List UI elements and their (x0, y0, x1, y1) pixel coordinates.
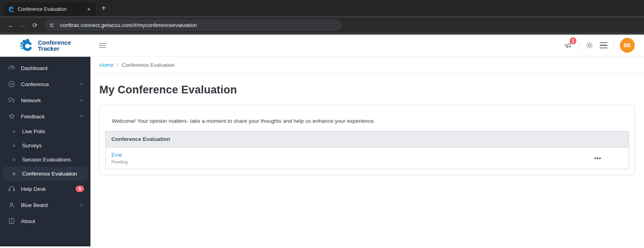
sidebar-item-conference-evaluation[interactable]: Conference Evaluation (3, 167, 88, 181)
new-tab-button[interactable]: + (101, 4, 106, 13)
sidebar-toggle-icon[interactable] (99, 43, 106, 48)
check-circle-icon (8, 80, 16, 88)
dashboard-icon (8, 64, 16, 72)
header-divider (579, 40, 579, 51)
sidebar-item-about[interactable]: About (0, 213, 90, 229)
breadcrumb-home-link[interactable]: Home (99, 62, 113, 68)
evaluation-table: Conference Evaluation Eval Pending ••• (105, 131, 629, 169)
chevron-down-icon (79, 98, 84, 103)
breadcrumb-separator: / (117, 62, 118, 68)
browser-window: Conference Evaluation × + ← → ⟳ conftrac… (0, 0, 644, 248)
table-header: Conference Evaluation (106, 131, 629, 147)
chevron-up-icon (79, 114, 84, 119)
back-button[interactable]: ← (5, 22, 17, 29)
conference-tracker-logo-icon (19, 39, 35, 52)
sidebar-item-label: Dashboard (21, 65, 84, 71)
browser-toolbar: ← → ⟳ conftrac.connect.getaccu.com/#/myc… (0, 18, 644, 33)
status-badge: Pending (111, 159, 572, 164)
tab-close-icon[interactable]: × (85, 6, 92, 13)
chevron-down-icon (79, 203, 84, 207)
sidebar-item-session-evaluations[interactable]: Session Evaluations (0, 153, 90, 167)
breadcrumb: Home / Conference Evaluation (90, 56, 644, 74)
sidebar-item-label: Network (21, 97, 79, 103)
favicon-icon (8, 6, 14, 12)
evaluation-card: Welcome! Your opinion matters- take a mo… (99, 105, 635, 175)
help-desk-badge: 9 (76, 186, 84, 192)
chevron-down-icon (79, 82, 84, 87)
bullet-icon (13, 159, 15, 161)
tab-strip: Conference Evaluation × + (0, 0, 644, 16)
sidebar-item-dashboard[interactable]: Dashboard (0, 60, 90, 76)
page-title: My Conference Evaluation (99, 84, 635, 96)
sidebar-item-label: Feedback (21, 114, 79, 120)
sidebar-item-label: Blue Beard (21, 202, 79, 208)
bullet-icon (13, 173, 15, 175)
sidebar-item-network[interactable]: Network (0, 92, 90, 108)
app-header: 1 BB (90, 35, 644, 56)
forward-button: → (17, 22, 29, 29)
site-settings-icon[interactable] (47, 21, 56, 30)
sidebar-item-surveys[interactable]: Surveys (0, 138, 90, 153)
star-icon (8, 112, 16, 120)
table-row: Eval Pending ••• (106, 147, 629, 169)
sidebar-item-live-polls[interactable]: Live Polls (0, 124, 90, 138)
url-text[interactable]: conftrac.connect.getaccu.com/#/myconfere… (60, 22, 197, 28)
address-bar[interactable]: conftrac.connect.getaccu.com/#/myconfere… (44, 19, 342, 31)
header-divider (613, 40, 614, 51)
chat-icon (8, 96, 16, 104)
avatar[interactable]: BB (620, 38, 635, 53)
app-logo[interactable]: Conference Tracker (0, 35, 90, 57)
sidebar-nav: Dashboard Conference (0, 57, 90, 246)
browser-tab[interactable]: Conference Evaluation × (4, 2, 96, 16)
bullet-icon (13, 145, 15, 147)
user-icon (8, 201, 16, 209)
main-content: My Conference Evaluation Welcome! Your o… (90, 74, 644, 248)
tab-title: Conference Evaluation (18, 6, 82, 12)
theme-brightness-button[interactable] (585, 41, 594, 50)
sidebar-item-label: Conference Evaluation (22, 171, 77, 177)
sidebar-item-label: Help Desk (21, 186, 76, 192)
sidebar-item-label: Conference (21, 81, 79, 87)
sidebar: Conference Tracker Dashboard (0, 35, 90, 248)
breadcrumb-current: Conference Evaluation (122, 62, 175, 68)
announcements-button[interactable]: 1 (564, 41, 573, 50)
sidebar-item-label: Live Polls (22, 128, 45, 134)
logo-text: Conference Tracker (38, 39, 71, 52)
notification-badge: 1 (570, 37, 576, 44)
sidebar-item-label: Session Evaluations (22, 157, 71, 163)
sidebar-item-label: Surveys (22, 143, 42, 149)
headset-icon (8, 185, 16, 193)
sidebar-item-help-desk[interactable]: Help Desk 9 (0, 181, 90, 197)
menu-icon[interactable] (600, 42, 607, 49)
sidebar-item-label: About (21, 218, 84, 224)
sidebar-item-conference[interactable]: Conference (0, 76, 90, 92)
sidebar-item-blue-beard[interactable]: Blue Beard (0, 197, 90, 213)
welcome-message: Welcome! Your opinion matters- take a mo… (112, 118, 623, 124)
row-actions-menu-icon[interactable]: ••• (572, 155, 623, 161)
info-icon (8, 217, 16, 225)
evaluation-link[interactable]: Eval (111, 152, 572, 158)
bullet-icon (13, 130, 15, 133)
reload-button[interactable]: ⟳ (29, 22, 41, 29)
sidebar-item-feedback[interactable]: Feedback (0, 108, 90, 124)
